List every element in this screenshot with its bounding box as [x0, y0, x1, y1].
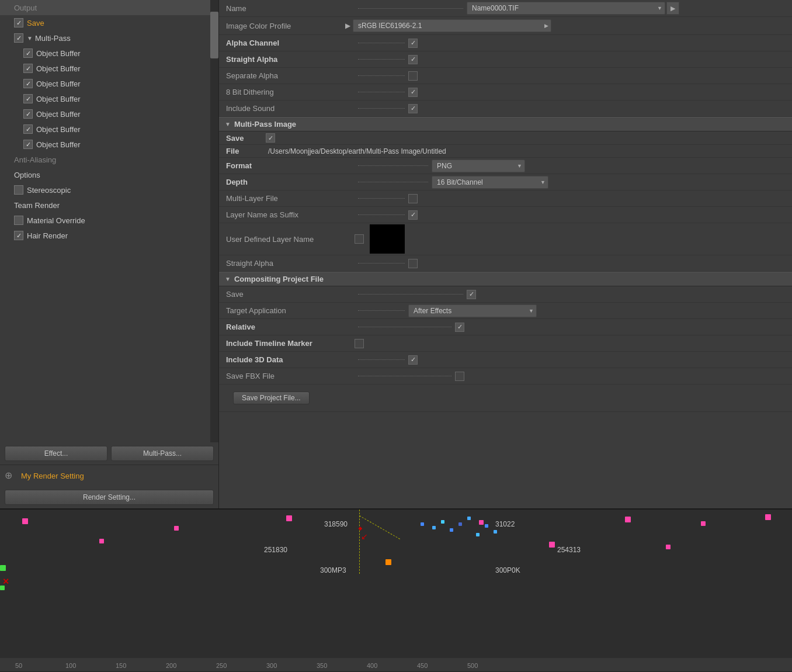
target-application-dots: [358, 310, 405, 311]
dot: [549, 542, 555, 548]
separate-alpha-value: [408, 71, 418, 81]
checkbox-stereoscopic[interactable]: [14, 185, 23, 195]
tree-item-output[interactable]: Output: [0, 0, 218, 15]
tree-item-options[interactable]: Options: [0, 167, 218, 182]
tree-item-antialiasing[interactable]: Anti-Aliasing: [0, 152, 218, 167]
dot: [485, 524, 488, 528]
compositing-save-label: Save: [226, 290, 355, 299]
checkbox-obj1[interactable]: [23, 49, 33, 58]
checkbox-hairrender[interactable]: [14, 231, 23, 240]
name-dropdown[interactable]: Name0000.TIF: [467, 2, 665, 15]
timeline-label-251830: 251830: [264, 546, 287, 554]
include-timeline-marker-checkbox[interactable]: [355, 339, 364, 348]
name-row: Name Name0000.TIF ▼ ▶: [219, 0, 792, 17]
straight-alpha-checkbox[interactable]: [408, 55, 418, 64]
tree-item-obj2[interactable]: Object Buffer: [0, 61, 218, 76]
item-label-obj7: Object Buffer: [36, 140, 81, 149]
effect-button[interactable]: Effect...: [5, 446, 107, 461]
red-arrow: ↙: [361, 532, 368, 541]
item-label-obj4: Object Buffer: [36, 95, 81, 103]
alpha-channel-row: Alpha Channel: [219, 35, 792, 51]
checkbox-obj5[interactable]: [23, 109, 33, 119]
item-label-stereoscopic: Stereoscopic: [27, 186, 71, 195]
format-dropdown[interactable]: PNG: [432, 160, 525, 172]
include-3d-data-label: Include 3D Data: [226, 355, 355, 364]
tree-item-teamrender[interactable]: Team Render: [0, 198, 218, 213]
tree-item-hairrender[interactable]: Hair Render: [0, 228, 218, 243]
item-label-obj2: Object Buffer: [36, 64, 81, 73]
name-field-arrow-btn[interactable]: ▶: [666, 2, 679, 15]
include-3d-data-checkbox[interactable]: [408, 355, 418, 365]
multilayer-dots: [358, 198, 405, 199]
eight-bit-dithering-dots: [358, 92, 405, 92]
alpha-channel-value: [408, 39, 418, 48]
relative-checkbox[interactable]: [455, 323, 464, 332]
multipass-file-label: File: [226, 147, 261, 155]
eight-bit-dithering-value: [408, 88, 418, 97]
scrollbar-thumb[interactable]: [210, 12, 218, 58]
alpha-channel-checkbox[interactable]: [408, 39, 418, 48]
ruler-mark-500: 500: [467, 662, 478, 669]
save-project-file-button[interactable]: Save Project File...: [233, 392, 310, 404]
checkbox-obj4[interactable]: [23, 94, 33, 103]
target-application-dropdown-wrapper: After Effects ▼: [408, 304, 537, 317]
multipass-straight-alpha-label: Straight Alpha: [226, 259, 355, 268]
dot: [174, 526, 179, 531]
multipass-button[interactable]: Multi-Pass...: [111, 446, 214, 461]
format-row: Format PNG ▼: [219, 158, 792, 174]
item-label-hairrender: Hair Render: [27, 231, 68, 240]
tree-item-obj3[interactable]: Object Buffer: [0, 76, 218, 91]
dot: [432, 526, 436, 529]
tree-item-obj7[interactable]: Object Buffer: [0, 137, 218, 152]
target-application-dropdown[interactable]: After Effects: [408, 304, 537, 317]
tree-item-obj1[interactable]: Object Buffer: [0, 46, 218, 61]
item-label-obj3: Object Buffer: [36, 79, 81, 88]
checkbox-save[interactable]: [14, 18, 23, 27]
tree-item-obj6[interactable]: Object Buffer: [0, 122, 218, 137]
depth-label: Depth: [226, 178, 355, 186]
save-fbx-checkbox[interactable]: [455, 372, 464, 381]
image-color-dropdown[interactable]: sRGB IEC61966-2.1: [353, 19, 551, 32]
tree-item-obj4[interactable]: Object Buffer: [0, 91, 218, 106]
straight-alpha-row: Straight Alpha: [219, 51, 792, 68]
straight-alpha-dots: [358, 59, 405, 60]
depth-dropdown-wrapper: 16 Bit/Channel ▼: [432, 176, 548, 189]
include-3d-data-dots: [358, 359, 405, 360]
tree-item-materialoverride[interactable]: Material Override: [0, 213, 218, 228]
include-sound-checkbox[interactable]: [408, 104, 418, 113]
layername-suffix-checkbox[interactable]: [408, 210, 418, 220]
user-defined-layer-checkbox[interactable]: [355, 234, 364, 244]
tree-item-obj5[interactable]: Object Buffer: [0, 106, 218, 122]
dot: [625, 517, 631, 522]
user-defined-layer-row: User Defined Layer Name: [219, 223, 792, 255]
target-application-label: Target Application: [226, 306, 355, 315]
separate-alpha-checkbox[interactable]: [408, 71, 418, 81]
tree-item-multipass[interactable]: ▼ Multi-Pass: [0, 30, 218, 46]
eight-bit-dithering-checkbox[interactable]: [408, 88, 418, 97]
multilayer-checkbox[interactable]: [408, 194, 418, 203]
checkbox-materialoverride[interactable]: [14, 216, 23, 225]
ruler-mark-200: 200: [166, 662, 176, 669]
compositing-section-header: ▼ Compositing Project File: [219, 272, 792, 286]
item-label-save: Save: [27, 19, 44, 27]
checkbox-multipass[interactable]: [14, 33, 23, 43]
timeline-label-318590: 318590: [324, 520, 348, 528]
image-color-arrow[interactable]: ▶: [345, 22, 350, 30]
dot: [666, 545, 671, 549]
dot: [385, 559, 391, 565]
color-preview: [370, 224, 405, 254]
save-fbx-label: Save FBX File: [226, 372, 355, 380]
checkbox-obj2[interactable]: [23, 64, 33, 73]
scrollbar-track[interactable]: [210, 0, 218, 442]
multipass-save-checkbox[interactable]: [266, 133, 275, 143]
tree-item-stereoscopic[interactable]: Stereoscopic: [0, 182, 218, 198]
checkbox-obj7[interactable]: [23, 140, 33, 149]
depth-dropdown[interactable]: 16 Bit/Channel: [432, 176, 548, 189]
tree-item-save[interactable]: Save: [0, 15, 218, 30]
render-setting-button[interactable]: Render Setting...: [5, 490, 214, 505]
checkbox-obj6[interactable]: [23, 124, 33, 134]
compositing-save-checkbox[interactable]: [467, 290, 476, 299]
checkbox-obj3[interactable]: [23, 79, 33, 88]
multipass-straight-alpha-checkbox[interactable]: [408, 259, 418, 268]
dot: [467, 517, 471, 520]
